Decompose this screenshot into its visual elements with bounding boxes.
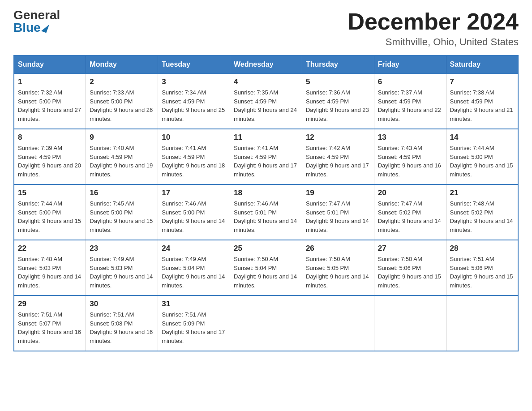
day-number: 9 [90, 133, 154, 142]
day-header-friday: Friday [374, 56, 446, 73]
calendar-cell: 2Sunrise: 7:33 AMSunset: 5:00 PMDaylight… [86, 73, 158, 129]
title-section: December 2024 Smithville, Ohio, United S… [348, 9, 519, 48]
day-number: 18 [234, 188, 298, 197]
calendar-cell: 27Sunrise: 7:50 AMSunset: 5:06 PMDayligh… [374, 240, 446, 295]
day-info: Sunrise: 7:41 AMSunset: 4:59 PMDaylight:… [234, 144, 298, 179]
calendar-week-row: 15Sunrise: 7:44 AMSunset: 5:00 PMDayligh… [14, 184, 518, 240]
day-info: Sunrise: 7:51 AMSunset: 5:08 PMDaylight:… [90, 310, 154, 345]
calendar-cell: 15Sunrise: 7:44 AMSunset: 5:00 PMDayligh… [14, 184, 86, 240]
day-number: 17 [162, 188, 226, 197]
day-info: Sunrise: 7:51 AMSunset: 5:09 PMDaylight:… [162, 310, 226, 345]
day-header-tuesday: Tuesday [158, 56, 230, 73]
day-number: 14 [450, 133, 514, 142]
day-number: 23 [90, 244, 154, 253]
calendar-cell: 7Sunrise: 7:38 AMSunset: 4:59 PMDaylight… [446, 73, 518, 129]
calendar-cell: 11Sunrise: 7:41 AMSunset: 4:59 PMDayligh… [230, 129, 302, 184]
day-info: Sunrise: 7:37 AMSunset: 4:59 PMDaylight:… [378, 88, 442, 123]
day-number: 6 [378, 77, 442, 86]
day-info: Sunrise: 7:38 AMSunset: 4:59 PMDaylight:… [450, 88, 514, 123]
day-number: 19 [306, 188, 370, 197]
calendar-cell: 21Sunrise: 7:48 AMSunset: 5:02 PMDayligh… [446, 184, 518, 240]
day-info: Sunrise: 7:50 AMSunset: 5:04 PMDaylight:… [234, 255, 298, 290]
calendar-cell: 31Sunrise: 7:51 AMSunset: 5:09 PMDayligh… [158, 295, 230, 351]
calendar-cell: 17Sunrise: 7:46 AMSunset: 5:00 PMDayligh… [158, 184, 230, 240]
calendar-cell: 8Sunrise: 7:39 AMSunset: 4:59 PMDaylight… [14, 129, 86, 184]
day-number: 28 [450, 244, 514, 253]
calendar-cell: 1Sunrise: 7:32 AMSunset: 5:00 PMDaylight… [14, 73, 86, 129]
day-number: 29 [18, 300, 82, 308]
day-number: 11 [234, 133, 298, 142]
calendar-cell: 26Sunrise: 7:50 AMSunset: 5:05 PMDayligh… [302, 240, 374, 295]
day-number: 13 [378, 133, 442, 142]
day-header-wednesday: Wednesday [230, 56, 302, 73]
calendar-cell: 20Sunrise: 7:47 AMSunset: 5:02 PMDayligh… [374, 184, 446, 240]
day-number: 2 [90, 77, 154, 86]
calendar-cell: 14Sunrise: 7:44 AMSunset: 5:00 PMDayligh… [446, 129, 518, 184]
day-number: 30 [90, 300, 154, 308]
day-info: Sunrise: 7:46 AMSunset: 5:01 PMDaylight:… [234, 199, 298, 234]
day-number: 16 [90, 188, 154, 197]
day-info: Sunrise: 7:49 AMSunset: 5:03 PMDaylight:… [90, 255, 154, 290]
day-info: Sunrise: 7:51 AMSunset: 5:06 PMDaylight:… [450, 255, 514, 290]
location-subtitle: Smithville, Ohio, United States [348, 36, 519, 48]
day-number: 10 [162, 133, 226, 142]
calendar-cell: 6Sunrise: 7:37 AMSunset: 4:59 PMDaylight… [374, 73, 446, 129]
calendar-cell: 19Sunrise: 7:47 AMSunset: 5:01 PMDayligh… [302, 184, 374, 240]
day-info: Sunrise: 7:33 AMSunset: 5:00 PMDaylight:… [90, 88, 154, 123]
day-number: 12 [306, 133, 370, 142]
day-info: Sunrise: 7:50 AMSunset: 5:06 PMDaylight:… [378, 255, 442, 290]
day-info: Sunrise: 7:51 AMSunset: 5:07 PMDaylight:… [18, 310, 82, 345]
day-header-thursday: Thursday [302, 56, 374, 73]
day-number: 31 [162, 300, 226, 308]
day-info: Sunrise: 7:44 AMSunset: 5:00 PMDaylight:… [450, 144, 514, 179]
logo: General Blue [13, 9, 60, 34]
calendar-cell: 10Sunrise: 7:41 AMSunset: 4:59 PMDayligh… [158, 129, 230, 184]
calendar-cell: 22Sunrise: 7:48 AMSunset: 5:03 PMDayligh… [14, 240, 86, 295]
page-header: General Blue December 2024 Smithville, O… [13, 9, 519, 48]
calendar-week-row: 8Sunrise: 7:39 AMSunset: 4:59 PMDaylight… [14, 129, 518, 184]
day-number: 4 [234, 77, 298, 86]
day-info: Sunrise: 7:35 AMSunset: 4:59 PMDaylight:… [234, 88, 298, 123]
calendar-week-row: 1Sunrise: 7:32 AMSunset: 5:00 PMDaylight… [14, 73, 518, 129]
calendar-cell [302, 295, 374, 351]
logo-general-text: General [13, 9, 60, 21]
day-number: 15 [18, 188, 82, 197]
day-info: Sunrise: 7:47 AMSunset: 5:01 PMDaylight:… [306, 199, 370, 234]
calendar-cell [374, 295, 446, 351]
logo-triangle-icon [41, 23, 49, 33]
day-info: Sunrise: 7:32 AMSunset: 5:00 PMDaylight:… [18, 88, 82, 123]
day-number: 21 [450, 188, 514, 197]
day-info: Sunrise: 7:40 AMSunset: 4:59 PMDaylight:… [90, 144, 154, 179]
day-info: Sunrise: 7:44 AMSunset: 5:00 PMDaylight:… [18, 199, 82, 234]
calendar-cell: 4Sunrise: 7:35 AMSunset: 4:59 PMDaylight… [230, 73, 302, 129]
day-info: Sunrise: 7:45 AMSunset: 5:00 PMDaylight:… [90, 199, 154, 234]
calendar-cell: 24Sunrise: 7:49 AMSunset: 5:04 PMDayligh… [158, 240, 230, 295]
day-number: 3 [162, 77, 226, 86]
day-info: Sunrise: 7:50 AMSunset: 5:05 PMDaylight:… [306, 255, 370, 290]
day-number: 7 [450, 77, 514, 86]
calendar-cell: 23Sunrise: 7:49 AMSunset: 5:03 PMDayligh… [86, 240, 158, 295]
day-info: Sunrise: 7:36 AMSunset: 4:59 PMDaylight:… [306, 88, 370, 123]
day-number: 8 [18, 133, 82, 142]
calendar-header-row: SundayMondayTuesdayWednesdayThursdayFrid… [14, 56, 518, 73]
day-info: Sunrise: 7:48 AMSunset: 5:02 PMDaylight:… [450, 199, 514, 234]
calendar-cell: 5Sunrise: 7:36 AMSunset: 4:59 PMDaylight… [302, 73, 374, 129]
day-header-saturday: Saturday [446, 56, 518, 73]
day-info: Sunrise: 7:42 AMSunset: 4:59 PMDaylight:… [306, 144, 370, 179]
month-title: December 2024 [348, 9, 519, 34]
day-number: 25 [234, 244, 298, 253]
calendar-cell: 25Sunrise: 7:50 AMSunset: 5:04 PMDayligh… [230, 240, 302, 295]
calendar-cell: 18Sunrise: 7:46 AMSunset: 5:01 PMDayligh… [230, 184, 302, 240]
day-header-sunday: Sunday [14, 56, 86, 73]
calendar-cell [446, 295, 518, 351]
day-info: Sunrise: 7:41 AMSunset: 4:59 PMDaylight:… [162, 144, 226, 179]
calendar-cell: 28Sunrise: 7:51 AMSunset: 5:06 PMDayligh… [446, 240, 518, 295]
day-number: 26 [306, 244, 370, 253]
day-info: Sunrise: 7:46 AMSunset: 5:00 PMDaylight:… [162, 199, 226, 234]
calendar-cell: 29Sunrise: 7:51 AMSunset: 5:07 PMDayligh… [14, 295, 86, 351]
logo-blue-text: Blue [13, 21, 49, 34]
day-info: Sunrise: 7:48 AMSunset: 5:03 PMDaylight:… [18, 255, 82, 290]
calendar-cell: 30Sunrise: 7:51 AMSunset: 5:08 PMDayligh… [86, 295, 158, 351]
calendar-cell: 13Sunrise: 7:43 AMSunset: 4:59 PMDayligh… [374, 129, 446, 184]
day-info: Sunrise: 7:43 AMSunset: 4:59 PMDaylight:… [378, 144, 442, 179]
